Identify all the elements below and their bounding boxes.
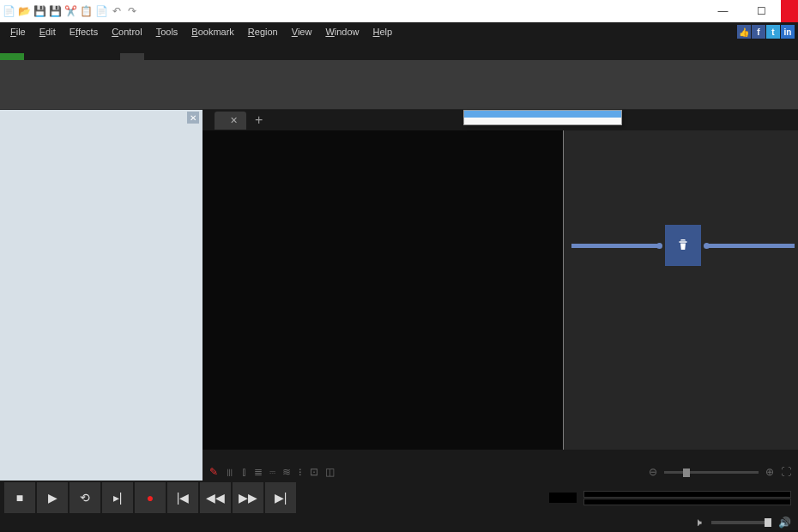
ribbon-tab-effects[interactable]	[96, 53, 120, 60]
transport-info	[300, 488, 549, 508]
qat-paste-icon[interactable]: 📄	[94, 4, 108, 18]
menu-edit[interactable]: Edit	[33, 25, 63, 39]
speaker-right-icon[interactable]: 🔊	[778, 517, 791, 529]
transport-bar: ■ ▶ ⟲ ▸| ● |◀ ◀◀ ▶▶ ▶|	[0, 481, 798, 515]
tool-7-icon[interactable]: ⊡	[310, 466, 318, 478]
qat-cut-icon[interactable]: ✂️	[63, 4, 77, 18]
ribbon-tab-record[interactable]	[144, 53, 168, 60]
tfft-menu-save[interactable]	[464, 118, 621, 124]
quick-access-toolbar: 📄 📂 💾 💾 ✂️ 📋 📄 ↶ ↷	[0, 4, 141, 18]
tool-wave1-icon[interactable]: ⫼	[225, 466, 235, 478]
play-button[interactable]: ▶	[37, 482, 68, 513]
maximize-button[interactable]: ☐	[742, 0, 781, 22]
sidebar: ✕	[0, 110, 203, 481]
qat-saveall-icon[interactable]: 💾	[48, 4, 62, 18]
zoom-in-icon[interactable]: ⊕	[765, 466, 774, 478]
play-sel-button[interactable]: ▸|	[102, 482, 133, 513]
tool-6-icon[interactable]: ⫶	[298, 466, 303, 478]
time-ruler	[203, 450, 798, 463]
tool-pencil-icon[interactable]: ✎	[209, 466, 218, 478]
minimize-button[interactable]: —	[704, 0, 742, 22]
menu-view[interactable]: View	[285, 25, 319, 39]
status-bar: 🕨 🔊	[0, 515, 798, 530]
ribbon-tab-levels[interactable]	[72, 53, 96, 60]
ribbon-tab-strip	[0, 41, 798, 60]
menu-bookmark[interactable]: Bookmark	[184, 25, 241, 39]
ribbon-tab-suite[interactable]	[168, 53, 192, 60]
tool-8-icon[interactable]: ◫	[325, 466, 335, 478]
zoom-fit-icon[interactable]: ⛶	[781, 466, 791, 478]
linkedin-icon[interactable]: in	[781, 25, 795, 39]
trim-button[interactable]	[665, 225, 701, 266]
menu-effects[interactable]: Effects	[63, 25, 105, 39]
ribbon-tab-edit[interactable]	[48, 53, 72, 60]
speaker-left-icon[interactable]: 🕨	[694, 517, 704, 529]
document-tab[interactable]: ✕	[215, 112, 246, 130]
zoom-out-icon[interactable]: ⊖	[649, 466, 657, 478]
qat-new-icon[interactable]: 📄	[2, 4, 15, 18]
time-display	[549, 493, 577, 503]
menu-region[interactable]: Region	[241, 25, 285, 39]
tool-wave2-icon[interactable]: ⫿	[242, 466, 247, 478]
add-tab-icon[interactable]: +	[246, 112, 271, 128]
sidebar-close-icon[interactable]: ✕	[187, 112, 199, 124]
title-bar: 📄 📂 💾 💾 ✂️ 📋 📄 ↶ ↷ — ☐	[0, 0, 798, 22]
tool-cursor-icon[interactable]: ⎓	[269, 466, 275, 478]
qat-save-icon[interactable]: 💾	[33, 4, 46, 18]
twitter-icon[interactable]: t	[766, 25, 780, 39]
forward-button[interactable]: ▶▶	[233, 482, 263, 513]
menu-tools[interactable]: Tools	[149, 25, 185, 39]
qat-open-icon[interactable]: 📂	[17, 4, 31, 18]
qat-undo-icon[interactable]: ↶	[110, 4, 124, 18]
ribbon-tab-custom[interactable]	[192, 53, 216, 60]
volume-slider[interactable]	[711, 521, 771, 524]
loop-button[interactable]: ⟲	[70, 482, 100, 513]
tool-bars-icon[interactable]: ≣	[254, 466, 263, 478]
level-meter	[577, 490, 798, 505]
menu-control[interactable]: Control	[105, 25, 148, 39]
skip-start-button[interactable]: |◀	[167, 482, 198, 513]
record-button[interactable]: ●	[135, 482, 166, 513]
stop-button[interactable]: ■	[4, 482, 35, 513]
facebook-icon[interactable]: f	[752, 25, 765, 39]
tool-region-icon[interactable]: ≋	[282, 466, 291, 478]
close-button[interactable]	[781, 0, 798, 22]
skip-end-button[interactable]: ▶|	[265, 482, 296, 513]
menu-help[interactable]: Help	[366, 25, 400, 39]
rewind-button[interactable]: ◀◀	[200, 482, 231, 513]
menu-window[interactable]: Window	[318, 25, 366, 39]
selection-range[interactable]	[563, 130, 798, 463]
ribbon-panel	[0, 60, 798, 110]
trash-icon	[675, 237, 691, 252]
tfft-menu-open[interactable]	[464, 111, 621, 118]
qat-redo-icon[interactable]: ↷	[125, 4, 139, 18]
qat-copy-icon[interactable]: 📋	[79, 4, 93, 18]
menu-file[interactable]: File	[3, 25, 33, 39]
waveform-canvas[interactable]	[203, 130, 798, 463]
ribbon-tab-tools[interactable]	[120, 53, 144, 60]
trim-strip	[571, 225, 795, 266]
edit-toolbar: ✎ ⫼ ⫿ ≣ ⎓ ≋ ⫶ ⊡ ◫ ⊖ ⊕ ⛶	[203, 463, 798, 481]
ribbon-tab-home[interactable]	[24, 53, 48, 60]
beta-label	[725, 30, 737, 33]
tab-close-icon[interactable]: ✕	[230, 115, 238, 126]
ribbon-tab-file[interactable]	[0, 53, 24, 60]
tfft-dropdown	[463, 110, 622, 125]
editor-area: ✕ + ✎ ⫼	[203, 110, 798, 481]
menu-bar: File Edit Effects Control Tools Bookmark…	[0, 22, 798, 41]
like-icon[interactable]: 👍	[737, 25, 751, 39]
